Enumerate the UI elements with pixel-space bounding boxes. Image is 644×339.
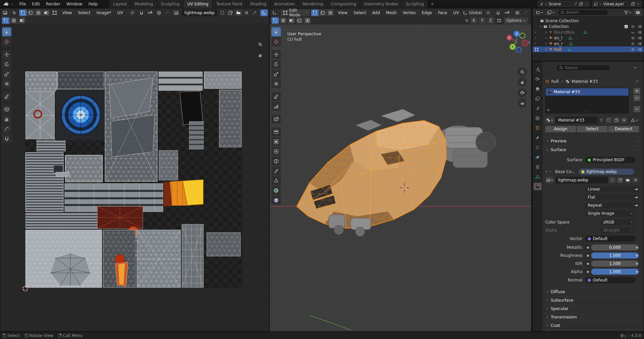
- tab-sculpting[interactable]: Sculpting: [157, 0, 183, 8]
- viewport-pan-gizmo[interactable]: [518, 77, 527, 87]
- diffuse-panel-header[interactable]: Diffuse: [543, 288, 644, 295]
- image-duplicate-icon[interactable]: [617, 177, 623, 183]
- eye-icon[interactable]: [631, 47, 635, 52]
- duplicate-image-icon[interactable]: [227, 9, 234, 16]
- source-dropdown[interactable]: Single Image: [585, 210, 636, 216]
- tool-transform[interactable]: [271, 79, 281, 88]
- pin-icon[interactable]: [574, 2, 578, 6]
- image-fake-user-icon[interactable]: [609, 177, 616, 183]
- tool-measure[interactable]: [271, 102, 281, 111]
- tab-compositing[interactable]: Compositing: [327, 0, 360, 8]
- proportional-edit-toggle[interactable]: [514, 9, 521, 16]
- uv-tool-select-box[interactable]: [2, 27, 11, 36]
- uv-menu-uv[interactable]: UV: [115, 9, 125, 17]
- alpha-slider[interactable]: 1.000: [591, 269, 639, 275]
- metallic-slider[interactable]: 0.000: [591, 244, 639, 250]
- tab-scene[interactable]: [534, 105, 542, 112]
- tab-tool[interactable]: [534, 66, 542, 73]
- base-color-value[interactable]: lightmap.webp: [579, 169, 634, 175]
- interpolation-dropdown[interactable]: Linear: [585, 186, 639, 192]
- roughness-slider[interactable]: 1.000: [591, 252, 639, 259]
- tool-select-box[interactable]: [271, 27, 281, 36]
- uv-2d-cursor[interactable]: [21, 284, 29, 293]
- uv-editor-type-button[interactable]: [2, 9, 9, 16]
- uv-image-browse-dropdown[interactable]: [173, 9, 180, 16]
- uv-menu-select[interactable]: Select: [75, 9, 93, 17]
- disclosure-icon[interactable]: [545, 42, 547, 45]
- uv-sticky-select-dropdown[interactable]: [51, 9, 59, 16]
- image-unlink-icon[interactable]: [632, 177, 639, 183]
- viewport-menu-uv[interactable]: UV: [451, 9, 461, 17]
- uv-gizmos-toggle[interactable]: [260, 9, 268, 16]
- viewport-menu-view[interactable]: View: [335, 9, 350, 17]
- alpha-socket-button[interactable]: [585, 269, 590, 275]
- mirror-x-button[interactable]: X: [470, 17, 478, 24]
- eye-icon[interactable]: [631, 42, 635, 46]
- uv-snap-toggle[interactable]: [138, 9, 145, 16]
- uv-boxselect-mode-extend[interactable]: [10, 17, 18, 24]
- camera-visibility-icon[interactable]: [638, 36, 642, 40]
- viewport-zoom-gizmo[interactable]: [518, 67, 527, 76]
- disclosure-icon[interactable]: [545, 37, 547, 39]
- transmission-panel-header[interactable]: Transmission: [543, 313, 644, 320]
- outliner-row-en-r[interactable]: • en_r: [533, 41, 644, 46]
- delete-scene-icon[interactable]: [584, 2, 588, 6]
- boxselect-mode-invert[interactable]: [296, 17, 303, 24]
- slot-list-grip[interactable]: ::::: [546, 109, 629, 112]
- decorator-dot[interactable]: [636, 271, 638, 273]
- menu-file[interactable]: File: [16, 0, 29, 8]
- disclosure-icon[interactable]: [539, 25, 542, 28]
- camera-visibility-icon[interactable]: [638, 25, 642, 29]
- tab-particles[interactable]: [534, 144, 542, 151]
- uv-pan-gizmo[interactable]: [256, 50, 265, 60]
- image-open-icon[interactable]: [624, 177, 631, 183]
- tool-rotate[interactable]: [271, 60, 281, 69]
- select-mode-vertex-button[interactable]: [311, 9, 319, 16]
- tab-constraints[interactable]: [534, 163, 542, 171]
- uv-tool-scale[interactable]: [2, 69, 11, 78]
- pin-id-icon[interactable]: [635, 79, 639, 83]
- base-color-expand-icon[interactable]: [545, 170, 548, 173]
- viewport-menu-mesh[interactable]: Mesh: [384, 9, 399, 17]
- material-specials-dropdown[interactable]: [630, 117, 639, 124]
- browse-image-dropdown[interactable]: [545, 177, 554, 183]
- camera-visibility-icon[interactable]: [638, 47, 642, 52]
- tool-move[interactable]: [271, 50, 281, 59]
- viewport-menu-select[interactable]: Select: [351, 9, 368, 17]
- slot-specials-dropdown[interactable]: [634, 106, 640, 112]
- decorator-dot[interactable]: [636, 255, 638, 257]
- viewport-menu-vertex[interactable]: Vertex: [400, 9, 418, 17]
- tool-inset-faces[interactable]: [271, 137, 281, 146]
- properties-options-dropdown[interactable]: [632, 64, 639, 71]
- uv-canvas[interactable]: [0, 24, 269, 331]
- uv-sync-toggle[interactable]: [10, 9, 18, 16]
- surface-socket-value[interactable]: Principled BSDF: [585, 157, 636, 163]
- uv-proportional-falloff-dropdown[interactable]: [164, 9, 171, 16]
- add-workspace-button[interactable]: +: [428, 2, 437, 6]
- copy-viewlayer-icon[interactable]: [631, 2, 635, 6]
- extension-dropdown[interactable]: Repeat: [585, 202, 639, 208]
- remove-slot-button[interactable]: [634, 95, 640, 101]
- tab-object[interactable]: [534, 124, 542, 132]
- select-mode-edge-button[interactable]: [319, 9, 326, 16]
- tool-poly-build[interactable]: [271, 176, 281, 185]
- tab-rendering[interactable]: Rendering: [299, 0, 327, 8]
- material-name-field[interactable]: Material #33: [555, 117, 597, 124]
- pivot-dropdown[interactable]: [485, 9, 493, 16]
- uv-tool-relax[interactable]: [2, 124, 11, 133]
- uv-select-edge-button[interactable]: [27, 9, 34, 16]
- boxselect-mode-extend[interactable]: [280, 17, 287, 24]
- tab-animation[interactable]: Animation: [270, 0, 298, 8]
- disclosure-icon[interactable]: [545, 31, 547, 34]
- material-slot-active[interactable]: Material #33: [546, 88, 629, 96]
- checkbox-icon[interactable]: [624, 25, 628, 29]
- mode-dropdown[interactable]: Edit Mode: [281, 9, 310, 16]
- scene-selector[interactable]: Scene: [538, 1, 590, 7]
- eye-icon[interactable]: [631, 25, 635, 29]
- viewport-menu-add[interactable]: Add: [370, 9, 382, 17]
- surface-panel-header[interactable]: Surface ::::: [543, 146, 644, 153]
- outliner-row-scene-collection[interactable]: Scene Collection: [533, 18, 644, 24]
- disclosure-icon[interactable]: [545, 48, 547, 51]
- metallic-socket-button[interactable]: [585, 244, 590, 250]
- breadcrumb-material[interactable]: Material #33: [572, 79, 598, 84]
